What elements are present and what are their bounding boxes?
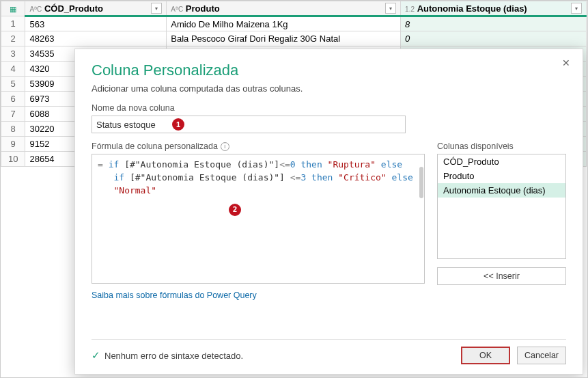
custom-column-dialog: ✕ Coluna Personalizada Adicionar uma col… (74, 49, 583, 375)
column-filter-icon[interactable]: ▾ (385, 3, 396, 14)
cell-aut[interactable]: 0 (401, 31, 587, 46)
table-row[interactable]: 1563Amido De Milho Maizena 1Kg8 (1, 16, 587, 31)
column-label: CÓD_Produto (44, 3, 103, 14)
syntax-status: ✓ Nenhum erro de sintaxe detectado. (92, 349, 243, 362)
row-number: 9 (1, 137, 25, 152)
cell-prod[interactable]: Amido De Milho Maizena 1Kg (167, 16, 401, 31)
type-icon: 1.2 (405, 5, 415, 13)
cell-aut[interactable]: 8 (401, 16, 587, 31)
available-column-item[interactable]: Produto (438, 169, 565, 183)
cell-cod[interactable]: 48263 (25, 31, 167, 46)
column-name-value: Status estoque (96, 120, 156, 130)
column-filter-icon[interactable]: ▾ (151, 3, 162, 14)
column-header-prod[interactable]: AᴮC Produto ▾ (167, 1, 401, 16)
ok-button[interactable]: OK (461, 347, 510, 364)
cancel-button[interactable]: Cancelar (517, 347, 566, 364)
type-icon: AᴮC (29, 5, 42, 13)
table-icon: ▦ (10, 5, 16, 13)
column-name-input[interactable]: Status estoque (92, 116, 406, 133)
available-column-item[interactable]: CÓD_Produto (438, 154, 565, 169)
cell-cod[interactable]: 563 (25, 16, 167, 31)
row-number: 5 (1, 77, 25, 92)
row-number: 7 (1, 107, 25, 122)
check-icon: ✓ (92, 349, 100, 362)
column-header-cod[interactable]: AᴮC CÓD_Produto ▾ (25, 1, 167, 16)
close-icon[interactable]: ✕ (559, 56, 573, 70)
info-icon[interactable]: i (221, 142, 229, 151)
row-number: 10 (1, 152, 25, 167)
insert-button[interactable]: << Inserir (437, 267, 566, 285)
column-label: Produto (186, 3, 220, 14)
scrollbar-thumb[interactable] (419, 167, 423, 198)
formula-input[interactable]: = if [#"Autonomia Estoque (dias)"]<=0 th… (92, 154, 425, 284)
table-row[interactable]: 248263Bala Pescoco Giraf Dori Regaliz 30… (1, 31, 587, 46)
dialog-subtitle: Adicionar uma coluna computada das outra… (92, 83, 566, 94)
type-icon: AᴮC (171, 5, 183, 13)
column-label: Autonomia Estoque (dias) (417, 3, 527, 14)
annotation-badge-2: 2 (229, 204, 241, 216)
cell-prod[interactable]: Bala Pescoco Giraf Dori Regaliz 30G Nata… (167, 31, 401, 46)
rownum-header[interactable]: ▦ (1, 1, 25, 16)
formula-field-label: Fórmula de coluna personalizada i (92, 141, 425, 151)
available-columns-label: Colunas disponíveis (437, 141, 566, 151)
row-number: 2 (1, 31, 25, 46)
row-number: 8 (1, 122, 25, 137)
row-number: 1 (1, 16, 25, 31)
row-number: 6 (1, 92, 25, 107)
column-filter-icon[interactable]: ▾ (571, 3, 582, 14)
learn-more-link[interactable]: Saiba mais sobre fórmulas do Power Query (92, 291, 257, 300)
row-number: 3 (1, 46, 25, 62)
annotation-badge-1: 1 (172, 118, 184, 131)
available-column-item[interactable]: Autonomia Estoque (dias) (438, 183, 565, 198)
name-field-label: Nome da nova coluna (92, 103, 566, 113)
column-header-aut[interactable]: 1.2 Autonomia Estoque (dias) ▾ (401, 1, 587, 16)
divider (92, 339, 566, 340)
available-columns-list[interactable]: CÓD_ProdutoProdutoAutonomia Estoque (dia… (437, 154, 566, 259)
row-number: 4 (1, 62, 25, 77)
dialog-title: Coluna Personalizada (92, 62, 566, 79)
